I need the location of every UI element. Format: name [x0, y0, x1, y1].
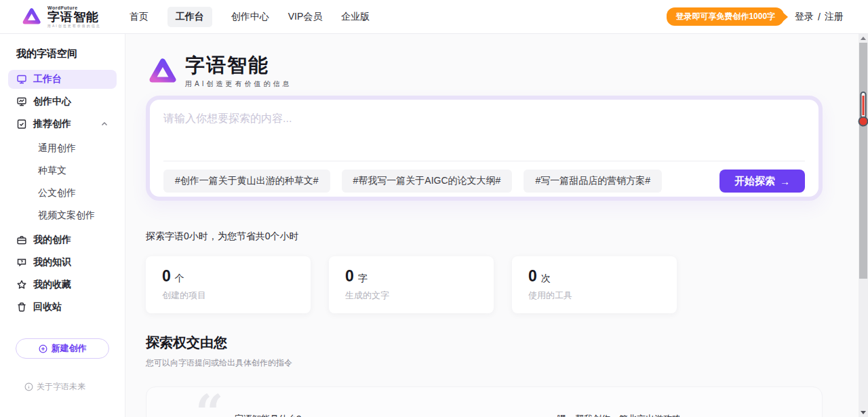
sidebar-subitem-official-doc[interactable]: 公文创作 — [8, 182, 117, 204]
plus-circle-icon — [39, 344, 47, 353]
sidebar-item-recycle-bin[interactable]: 回收站 — [8, 298, 117, 317]
stat-label: 使用的工具 — [528, 290, 660, 302]
auth-links: 登录 / 注册 — [795, 11, 844, 23]
start-explore-label: 开始探索 — [734, 175, 775, 188]
nav-right: 登录即可享免费创作1000字 登录 / 注册 — [667, 7, 844, 26]
info-circle-icon — [24, 382, 33, 391]
sidebar-item-label: 我的知识 — [33, 256, 71, 269]
sidebar-item-my-favorites[interactable]: 我的收藏 — [8, 275, 117, 294]
brand-tagline-micro: 用AI创造更有价值的信息 — [47, 24, 101, 28]
knowledge-bubble-icon — [16, 257, 27, 268]
suggestion-chips-row: #创作一篇关于黄山出游的种草文# #帮我写一篇关于AIGC的论文大纲# #写一篇… — [150, 161, 818, 193]
nav-item-creation-center[interactable]: 创作中心 — [231, 11, 269, 23]
new-creation-button[interactable]: 新建创作 — [16, 338, 109, 359]
sidebar-item-label: 我的收藏 — [33, 279, 71, 291]
stat-unit: 字 — [358, 273, 368, 285]
stat-value: 0 — [345, 267, 354, 285]
new-creation-label: 新建创作 — [52, 342, 87, 355]
search-card: #创作一篇关于黄山出游的种草文# #帮我写一篇关于AIGC的论文大纲# #写一篇… — [146, 96, 823, 201]
suggestion-chip-aigc-outline[interactable]: #帮我写一篇关于AIGC的论文大纲# — [342, 170, 513, 193]
brand-text: WordFuture 字语智能 用AI创造更有价值的信息 — [47, 5, 101, 28]
scrollbar-down-arrow-icon[interactable] — [861, 411, 866, 414]
brand-name-en: WordFuture — [47, 5, 101, 10]
app-root: WordFuture 字语智能 用AI创造更有价值的信息 首页 工作台 创作中心… — [0, 0, 868, 417]
scrollbar-thumb[interactable] — [859, 43, 867, 279]
sidebar-item-label: 推荐创作 — [33, 118, 71, 130]
briefcase-icon — [16, 235, 27, 245]
nav-item-workbench[interactable]: 工作台 — [167, 7, 212, 27]
trash-icon — [16, 302, 27, 313]
sidebar: 我的字语空间 工作台 创作中心 推荐创作 — [0, 34, 125, 417]
about-wordfuture-link[interactable]: 关于字语未来 — [24, 381, 85, 393]
hero-tagline: 用AI创造更有价值的信息 — [185, 79, 292, 89]
scrollbar-up-arrow-icon[interactable] — [861, 37, 866, 40]
explore-section-title: 探索权交由您 — [146, 334, 823, 352]
sidebar-title: 我的字语空间 — [8, 47, 117, 60]
stat-card-words: 0 字 生成的文字 — [329, 256, 494, 313]
sidebar-item-label: 我的创作 — [33, 234, 71, 246]
sidebar-item-label: 工作台 — [33, 73, 62, 85]
sidebar-item-my-creations[interactable]: 我的创作 — [8, 231, 117, 250]
promo-badge[interactable]: 登录即可享免费创作1000字 — [667, 7, 784, 26]
top-navbar: WordFuture 字语智能 用AI创造更有价值的信息 首页 工作台 创作中心… — [0, 0, 868, 34]
quote-icon: “ — [195, 389, 223, 417]
sidebar-item-label: 创作中心 — [33, 96, 71, 108]
qa-prompt-text: 嘿，帮我创作一篇北京出游攻略 — [557, 413, 681, 417]
sidebar-subitem-video-copy[interactable]: 视频文案创作 — [8, 204, 117, 226]
stat-value: 0 — [162, 267, 171, 285]
star-icon — [16, 279, 27, 290]
brand-name: 字语智能 — [47, 11, 101, 23]
suggestion-chip-huangshan[interactable]: #创作一篇关于黄山出游的种草文# — [163, 170, 330, 193]
sidebar-subitem-seeding-article[interactable]: 种草文 — [8, 159, 117, 182]
stat-unit: 个 — [175, 273, 184, 285]
nav-item-vip[interactable]: VIP会员 — [288, 11, 323, 23]
nav-item-home[interactable]: 首页 — [130, 11, 149, 23]
hero-triangle-logo-icon — [146, 56, 178, 88]
stat-label: 创建的项目 — [162, 290, 294, 302]
register-link[interactable]: 注册 — [825, 11, 844, 23]
qa-example-card: “ 字语智能是什么? 嘿，帮我创作一篇北京出游攻略 — [146, 386, 823, 417]
workbench-icon — [16, 74, 27, 85]
about-label: 关于字语未来 — [37, 381, 85, 393]
chevron-up-icon[interactable] — [100, 120, 108, 128]
start-explore-button[interactable]: 开始探索 → — [719, 170, 805, 193]
hero-title: 字语智能 — [185, 55, 292, 77]
stats-summary-text: 探索字语0小时，为您节省共0个小时 — [146, 231, 823, 243]
brand-logo[interactable]: WordFuture 字语智能 用AI创造更有价值的信息 — [20, 5, 101, 28]
creation-center-icon — [16, 96, 27, 107]
sidebar-subitem-general-creation[interactable]: 通用创作 — [8, 137, 117, 159]
sidebar-item-my-knowledge[interactable]: 我的知识 — [8, 253, 117, 272]
page-scrollbar[interactable] — [859, 34, 868, 417]
stat-label: 生成的文字 — [345, 290, 477, 302]
suggestion-chip-dessert-marketing[interactable]: #写一篇甜品店的营销方案# — [524, 170, 662, 193]
sidebar-item-creation-center[interactable]: 创作中心 — [8, 92, 117, 111]
auth-separator: / — [818, 12, 821, 22]
sidebar-item-recommended[interactable]: 推荐创作 — [8, 115, 117, 134]
recommended-icon — [16, 119, 27, 130]
stat-card-tools: 0 次 使用的工具 — [512, 256, 677, 313]
qa-question-text: 字语智能是什么? — [235, 413, 301, 417]
stat-unit: 次 — [541, 273, 551, 285]
stat-cards-row: 0 个 创建的项目 0 字 生成的文字 0 — [146, 256, 823, 313]
page-layout: 我的字语空间 工作台 创作中心 推荐创作 — [0, 34, 868, 417]
login-link[interactable]: 登录 — [795, 11, 814, 23]
main-nav: 首页 工作台 创作中心 VIP会员 企业版 — [130, 7, 370, 27]
triangle-logo-icon — [20, 6, 42, 28]
stat-value: 0 — [528, 267, 537, 285]
sidebar-item-workbench[interactable]: 工作台 — [8, 70, 117, 89]
hero-brand: 字语智能 用AI创造更有价值的信息 — [146, 51, 823, 93]
search-input[interactable] — [150, 100, 818, 153]
thermometer-icon — [858, 91, 868, 127]
main-content: 字语智能 用AI创造更有价值的信息 #创作一篇关于黄山出游的种草文# #帮我写一… — [125, 34, 868, 417]
sidebar-item-label: 回收站 — [33, 301, 62, 313]
nav-item-enterprise[interactable]: 企业版 — [341, 11, 370, 23]
stat-card-projects: 0 个 创建的项目 — [146, 256, 311, 313]
explore-section-subtitle: 您可以向字语提问或给出具体创作的指令 — [146, 357, 823, 369]
arrow-right-icon: → — [780, 176, 790, 187]
